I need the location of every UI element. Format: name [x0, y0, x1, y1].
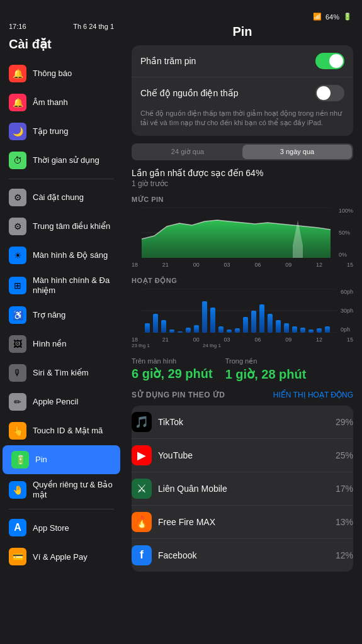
svg-rect-23 — [268, 314, 273, 333]
sidebar-item-tro-nang[interactable]: ♿ Trợ năng — [0, 301, 123, 330]
free-fire-percent: 13% — [336, 517, 353, 527]
toggle-label-nguon-thap: Chế độ nguồn điện thấp — [140, 88, 239, 98]
focus-icon: 🌙 — [9, 123, 26, 140]
wallpaper-icon: 🖼 — [9, 335, 26, 353]
chart-activity-label: HOẠT ĐỘNG — [132, 277, 353, 285]
sidebar-item-quyen-rieng[interactable]: 🤚 Quyền riêng tư & Bảo mật — [0, 474, 123, 505]
sidebar-item-vi[interactable]: 💳 Ví & Apple Pay — [0, 542, 123, 571]
sidebar-title: Cài đặt — [0, 36, 123, 59]
app-info-lien-quan: ⚔ Liên Quân Mobile — [132, 479, 227, 499]
sidebar-label: Thông báo — [33, 69, 72, 79]
wifi-icon: 📶 — [313, 13, 322, 21]
sidebar-item-apple-pencil[interactable]: ✏ Apple Pencil — [0, 387, 123, 416]
svg-rect-10 — [161, 320, 166, 333]
toggle-switch-phan-tram[interactable] — [315, 53, 344, 69]
last-charge-text: Lần gần nhất được sạc đến 64% — [132, 168, 353, 178]
svg-rect-14 — [194, 325, 199, 333]
tab-24h[interactable]: 24 giờ qua — [133, 145, 242, 159]
sound-icon: 🔔 — [9, 94, 26, 111]
sidebar-label: Touch ID & Mật mã — [33, 426, 103, 436]
free-fire-icon: 🔥 — [132, 512, 152, 532]
sidebar-item-thong-bao[interactable]: 🔔 Thông báo — [0, 59, 123, 88]
app-usage-list: 🎵 TikTok 29% ▶ YouTube 25% ⚔ — [132, 406, 353, 572]
app-row-youtube: ▶ YouTube 25% — [132, 439, 353, 472]
main-content: 📶 64% 🔋 Pin Phần trăm pin Chế độ nguồn đ… — [123, 0, 362, 644]
battery-status: 64% — [325, 13, 339, 21]
main-header: 📶 64% 🔋 Pin — [123, 0, 362, 45]
sidebar-label: Pin — [35, 455, 47, 465]
sidebar-item-thoi-gian[interactable]: ⏱ Thời gian sử dụng — [0, 146, 123, 175]
sidebar-item-pin[interactable]: 🔋 Pin — [3, 445, 120, 474]
tab-3d[interactable]: 3 ngày qua — [242, 145, 352, 159]
activity-x-labels: 18 21 00 03 06 09 12 15 — [132, 336, 353, 343]
sidebar-item-hinh-nen[interactable]: 🖼 Hình nền — [0, 330, 123, 358]
svg-rect-17 — [218, 326, 223, 333]
sidebar-item-tap-trung[interactable]: 🌙 Tập trung — [0, 117, 123, 146]
usage-background-value: 1 giờ, 28 phút — [225, 367, 307, 382]
app-usage-header: SỬ DỤNG PIN THEO ỨD HIỂN THỊ HOẠT ĐỘNG — [132, 391, 353, 399]
usage-background: Trong nền 1 giờ, 28 phút — [225, 357, 307, 382]
toggle-row-phan-tram: Phần trăm pin — [132, 45, 353, 77]
free-fire-name: Free Fire MAX — [158, 517, 215, 527]
sidebar-label: Hình nền — [33, 339, 67, 349]
battery-bar-icon: 🔋 — [343, 13, 352, 21]
youtube-name: YouTube — [158, 450, 193, 460]
app-usage-title: SỬ DỤNG PIN THEO ỨD — [132, 391, 225, 399]
app-usage-action[interactable]: HIỂN THỊ HOẠT ĐỘNG — [273, 391, 353, 399]
lien-quan-percent: 17% — [336, 484, 353, 494]
main-body: Phần trăm pin Chế độ nguồn điện thấp Chế… — [123, 45, 362, 644]
svg-rect-28 — [308, 330, 314, 333]
sidebar-item-siri[interactable]: 🎙 Siri & Tìm kiếm — [0, 358, 123, 387]
sidebar-item-man-hinh-chinh[interactable]: ⊞ Màn hình chính & Đa nhiệm — [0, 270, 123, 301]
activity-chart-svg — [132, 289, 353, 333]
usage-on-screen: Trên màn hình 6 giờ, 29 phút — [132, 357, 213, 382]
toggle-row-nguon-thap: Chế độ nguồn điện thấp — [132, 77, 353, 109]
general-icon: ⚙ — [9, 189, 26, 206]
battery-chart-svg — [132, 208, 353, 258]
sidebar-label: Siri & Tìm kiếm — [33, 368, 89, 378]
sidebar-item-app-store[interactable]: A App Store — [0, 513, 123, 542]
usage-background-label: Trong nền — [225, 357, 307, 365]
app-row-lien-quan: ⚔ Liên Quân Mobile 17% — [132, 472, 353, 506]
toggle-section: Phần trăm pin Chế độ nguồn điện thấp Chế… — [132, 45, 353, 136]
sidebar-label: Tập trung — [33, 126, 68, 136]
toggle-switch-nguon-thap[interactable] — [315, 85, 344, 101]
sidebar-item-cai-dat-chung[interactable]: ⚙ Cài đặt chung — [0, 183, 123, 212]
battery-y-labels: 100% 50% 0% — [339, 208, 353, 258]
svg-rect-26 — [292, 326, 297, 333]
sidebar-label: Màn hình & Độ sáng — [33, 250, 108, 260]
svg-rect-25 — [284, 323, 289, 333]
svg-rect-24 — [276, 320, 281, 333]
chart-battery-label: MỨC PIN — [132, 196, 353, 204]
apple-pencil-icon: ✏ — [9, 393, 26, 411]
usage-on-screen-value: 6 giờ, 29 phút — [132, 366, 213, 381]
svg-rect-13 — [186, 328, 191, 333]
notification-icon: 🔔 — [9, 65, 26, 82]
youtube-percent: 25% — [336, 450, 353, 460]
divider — [9, 179, 114, 179]
app-store-icon: A — [9, 519, 26, 536]
wallet-icon: 💳 — [9, 548, 26, 565]
app-row-free-fire: 🔥 Free Fire MAX 13% — [132, 506, 353, 539]
sidebar-item-man-hinh[interactable]: ☀ Màn hình & Độ sáng — [0, 241, 123, 270]
status-day: Th 6 24 thg 1 — [73, 23, 114, 30]
facebook-percent: 12% — [336, 550, 353, 560]
battery-chart-container: 100% 50% 0% 18 21 00 03 06 09 12 15 — [132, 208, 353, 268]
touch-id-icon: 👆 — [9, 422, 26, 440]
tab-selector[interactable]: 24 giờ qua 3 ngày qua — [132, 143, 353, 160]
activity-x-sublabels: 23 thg 1 24 thg 1 — [132, 343, 353, 348]
sidebar-item-trung-tam[interactable]: ⚙ Trung tâm điều khiển — [0, 212, 123, 241]
sidebar-item-am-thanh[interactable]: 🔔 Âm thanh — [0, 88, 123, 117]
sidebar-item-touch-id[interactable]: 👆 Touch ID & Mật mã — [0, 416, 123, 445]
screen-time-icon: ⏱ — [9, 152, 26, 169]
sidebar-label: Trung tâm điều khiển — [33, 221, 110, 231]
toggle-label-phan-tram: Phần trăm pin — [140, 56, 196, 66]
status-bar: 17:16 Th 6 24 thg 1 — [0, 19, 123, 34]
sidebar-label: Âm thanh — [33, 97, 68, 108]
tiktok-percent: 29% — [336, 417, 353, 427]
app-info-youtube: ▶ YouTube — [132, 445, 193, 465]
tiktok-name: TikTok — [158, 417, 183, 427]
facebook-icon: f — [132, 545, 152, 565]
sidebar-label: Trợ năng — [33, 310, 65, 320]
app-row-facebook: f Facebook 12% — [132, 539, 353, 572]
